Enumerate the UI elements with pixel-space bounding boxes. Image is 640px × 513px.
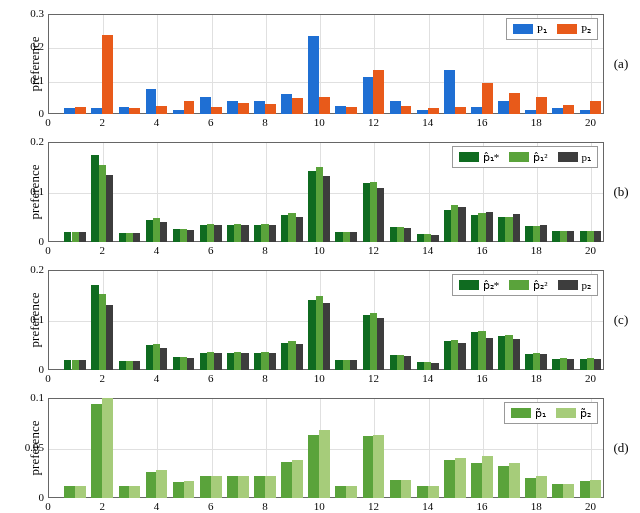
bar [563, 105, 574, 114]
xtick: 8 [262, 116, 268, 128]
bar [207, 224, 214, 242]
bar [64, 360, 71, 370]
bar [373, 435, 384, 498]
bar [390, 101, 401, 114]
bar [363, 436, 374, 498]
bar [146, 220, 153, 243]
bar [308, 171, 315, 243]
bar [241, 353, 248, 370]
bar [498, 101, 509, 114]
xtick: 4 [154, 116, 160, 128]
xtick: 16 [476, 372, 487, 384]
bar [102, 398, 113, 498]
xtick: 2 [99, 244, 105, 256]
bar [404, 228, 411, 242]
xtick: 14 [422, 500, 433, 512]
bar [173, 482, 184, 498]
xtick: 6 [208, 372, 214, 384]
bar [560, 231, 567, 243]
xtick: 14 [422, 116, 433, 128]
bar [552, 359, 559, 370]
ytick: 0.1 [8, 391, 44, 403]
bar [486, 338, 493, 371]
bar [308, 36, 319, 114]
bar [91, 285, 98, 370]
bar [590, 101, 601, 114]
xtick: 14 [422, 372, 433, 384]
bar [580, 231, 587, 242]
legend-swatch [558, 152, 578, 162]
bar [323, 176, 330, 243]
xtick: 6 [208, 500, 214, 512]
bar [184, 101, 195, 114]
bar [540, 225, 547, 242]
bar [377, 318, 384, 371]
legend-label: p̃₂ [580, 407, 591, 419]
bar [91, 108, 102, 114]
bar [234, 352, 241, 371]
bar [482, 456, 493, 498]
bar [119, 486, 130, 498]
legend-label: P₂ [581, 23, 591, 35]
bar [401, 106, 412, 114]
bar [594, 359, 601, 370]
bar [119, 233, 126, 242]
bar [471, 463, 482, 498]
bar [288, 213, 295, 242]
bar [319, 97, 330, 114]
legend-swatch [511, 408, 531, 418]
ytick: 0 [8, 107, 44, 119]
bar [587, 231, 594, 243]
bar [471, 215, 478, 243]
xtick: 18 [531, 116, 542, 128]
bar [498, 466, 509, 498]
bar [363, 77, 374, 114]
bar [119, 361, 126, 370]
bar [471, 332, 478, 370]
bar [505, 217, 512, 242]
bar [525, 110, 536, 114]
bar [567, 231, 574, 242]
bar [417, 486, 428, 498]
xtick: 4 [154, 244, 160, 256]
bar [64, 486, 75, 498]
xtick: 4 [154, 372, 160, 384]
bar [335, 360, 342, 370]
bar [560, 358, 567, 370]
bar [79, 360, 86, 370]
bar [486, 212, 493, 242]
xtick: 10 [314, 500, 325, 512]
bar [397, 355, 404, 370]
bar [509, 93, 520, 114]
ytick: 0 [8, 491, 44, 503]
legend-swatch [459, 280, 479, 290]
bar [153, 218, 160, 242]
bar [269, 353, 276, 370]
bar [444, 341, 451, 370]
bar [296, 217, 303, 242]
legend: p̃₁p̃₂ [504, 402, 598, 424]
xtick: 16 [476, 116, 487, 128]
bar [146, 89, 157, 114]
legend-label: p₁ [582, 151, 592, 163]
bar [444, 210, 451, 243]
bar [180, 357, 187, 371]
bar [200, 97, 211, 114]
bar [397, 227, 404, 242]
xtick: 8 [262, 244, 268, 256]
xtick: 0 [45, 244, 51, 256]
bar [308, 435, 319, 498]
bar [431, 363, 438, 371]
bar [126, 233, 133, 242]
bar [254, 353, 261, 371]
bar [146, 472, 157, 498]
figure: 00.10.20.302468101214161820preference(a)… [0, 0, 640, 513]
xtick: 14 [422, 244, 433, 256]
bar [335, 232, 342, 242]
bar [350, 232, 357, 242]
bar [335, 486, 346, 498]
bar [525, 478, 536, 498]
bar [428, 486, 439, 498]
bar [238, 476, 249, 498]
legend: p̂₂*p̂₂²p₂ [452, 274, 598, 296]
